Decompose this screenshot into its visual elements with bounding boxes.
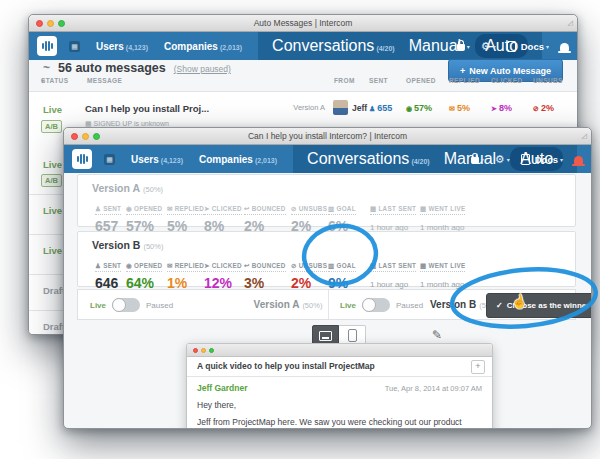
version-b-card: Version B(50%) ♟SENT646 ◉OPENED64% ✉REPL… [77, 231, 576, 287]
settings-menu[interactable]: ⚙▾ [481, 41, 496, 52]
chevron-down-icon: ▾ [467, 43, 470, 50]
front-window-titlebar[interactable]: Can I help you install Intercom? | Inter… [64, 128, 591, 145]
resize-handle-icon[interactable]: ◿ [568, 19, 573, 27]
column-replied: REPLIED [449, 77, 480, 84]
version-b-toggle-label: Version B [430, 299, 476, 310]
version-controls-bar: Live Paused Version A(50%) Live Paused V… [77, 289, 576, 320]
email-preview: A quick video to help you install Projec… [186, 343, 493, 429]
nav-conversations[interactable]: Conversations(4/20) [272, 37, 395, 55]
notifications[interactable] [574, 154, 583, 164]
status-badge: Draft [43, 321, 65, 332]
stat-last-sent: ▦LAST SENT1 hour ago [370, 254, 416, 289]
version-a-toggle-label: Version A [254, 299, 300, 310]
calendar-icon: ▦ [370, 262, 376, 269]
version-b-live-toggle[interactable] [362, 298, 390, 312]
stat-sent: ♟SENT646 [95, 254, 121, 291]
chevron-down-icon: ▾ [546, 43, 549, 50]
sent-icon: ♟ [369, 105, 375, 112]
nav-companies[interactable]: Companies(2,013) [164, 41, 242, 52]
version-b-name: Version B [92, 239, 140, 251]
settings-menu[interactable]: ⚙▾ [495, 154, 510, 165]
nav-manual[interactable]: Manual [409, 37, 461, 55]
calendar-icon: ▦ [420, 205, 426, 212]
stat-last-sent: ▦LAST SENT1 hour ago [370, 197, 416, 232]
opened-icon: ◉ [126, 262, 132, 269]
app-grid-icon[interactable]: ▦ [69, 41, 80, 52]
email-titlebar [187, 344, 492, 357]
back-navbar: ▦ Users(4,123) Companies(2,013) Conversa… [29, 32, 577, 60]
zoom-icon [209, 348, 214, 353]
email-subject: A quick video to help you install Projec… [187, 357, 492, 377]
close-icon [193, 348, 198, 353]
opened-stat: ◉57% [406, 103, 432, 113]
minimize-icon[interactable] [47, 20, 54, 27]
live-label: Live [90, 301, 106, 310]
calendar-icon: ▦ [420, 262, 426, 269]
chevron-down-icon: ▾ [560, 156, 563, 163]
minimize-icon[interactable] [82, 133, 89, 140]
status-badge: Live [43, 159, 62, 170]
mobile-icon [348, 329, 357, 342]
unsubs-icon: ⊘ [291, 205, 297, 212]
replied-icon: ✉ [449, 105, 455, 112]
stat-opened: ◉OPENED57% [126, 197, 162, 234]
goal-icon: ▥ [328, 262, 334, 269]
goal-icon: ▥ [328, 205, 334, 212]
email-sender: Jeff Gardner [197, 383, 248, 393]
stat-goal: ▥GOAL9% [328, 254, 356, 291]
traffic-lights [193, 348, 214, 353]
desktop-icon [319, 331, 332, 341]
show-paused-link[interactable]: (Show paused) [174, 64, 231, 74]
stat-clicked: ➤CLICKED8% [204, 197, 242, 234]
screenshot-stage: Auto Messages | Intercom ◿ ▦ Users(4,123… [0, 0, 600, 459]
column-sent: SENT [369, 77, 388, 84]
nav-companies[interactable]: Companies(2,013) [199, 154, 277, 165]
stat-clicked: ➤CLICKED12% [204, 254, 242, 291]
docs-menu[interactable]: Docs▾ [507, 41, 549, 52]
clicked-icon: ➤ [204, 205, 210, 212]
clicked-stat: ➤8% [491, 103, 512, 113]
bag-menu[interactable]: ▾ [457, 41, 470, 51]
ab-test-badge: A/B [41, 174, 62, 187]
close-icon[interactable] [71, 133, 78, 140]
stat-sent: ♟SENT657 [95, 197, 121, 234]
close-icon[interactable] [36, 20, 43, 27]
expand-plus-icon[interactable]: + [471, 360, 485, 374]
back-window-titlebar[interactable]: Auto Messages | Intercom ◿ [29, 15, 577, 32]
stat-went-live: ▦WENT LIVE1 month ago [420, 197, 465, 232]
stat-replied: ✉REPLIED5% [167, 197, 204, 234]
bag-menu[interactable]: ▾ [471, 154, 484, 164]
edit-pencil-icon[interactable]: ✎ [432, 328, 442, 342]
docs-icon [521, 154, 530, 165]
bounced-icon: ↩ [244, 262, 250, 269]
version-a-card: Version A(50%) ♟SENT657 ◉OPENED57% ✉REPL… [77, 174, 576, 227]
avatar [333, 100, 348, 115]
resize-handle-icon[interactable]: ◿ [582, 132, 587, 140]
window-title: Auto Messages | Intercom [254, 18, 353, 28]
companies-count: (2,013) [255, 157, 277, 164]
docs-menu[interactable]: Docs▾ [521, 154, 563, 165]
paused-label: Paused [396, 301, 423, 310]
stat-bounced: ↩BOUNCED3% [244, 254, 286, 291]
version-b-split: (50%) [143, 242, 163, 251]
stat-unsubs: ⊘UNSUBS2% [291, 197, 327, 234]
clicked-icon: ➤ [491, 105, 497, 112]
app-grid-icon[interactable]: ▦ [104, 154, 115, 165]
traffic-lights [36, 20, 65, 27]
choose-winner-button[interactable]: ✓ Choose as the winner [486, 293, 592, 318]
zoom-icon[interactable] [58, 20, 65, 27]
status-badge: Live [43, 245, 62, 256]
zoom-icon[interactable] [93, 133, 100, 140]
sort-caret-icon: ▾ [41, 77, 44, 84]
nav-users[interactable]: Users(4,123) [96, 41, 148, 52]
front-window-ab-test: Can I help you install Intercom? | Inter… [63, 127, 592, 429]
version-a-split: (50%) [143, 185, 163, 194]
version-a-live-toggle[interactable] [112, 298, 140, 312]
email-greeting: Hey there, [197, 400, 482, 410]
nav-users[interactable]: Users(4,123) [131, 154, 183, 165]
notifications[interactable] [560, 41, 569, 51]
chevron-down-icon: ▾ [507, 156, 510, 163]
sent-stat: ♟655 [369, 103, 392, 113]
gear-icon: ⚙ [495, 154, 505, 165]
nav-conversations[interactable]: Conversations(4/20) [307, 150, 430, 168]
